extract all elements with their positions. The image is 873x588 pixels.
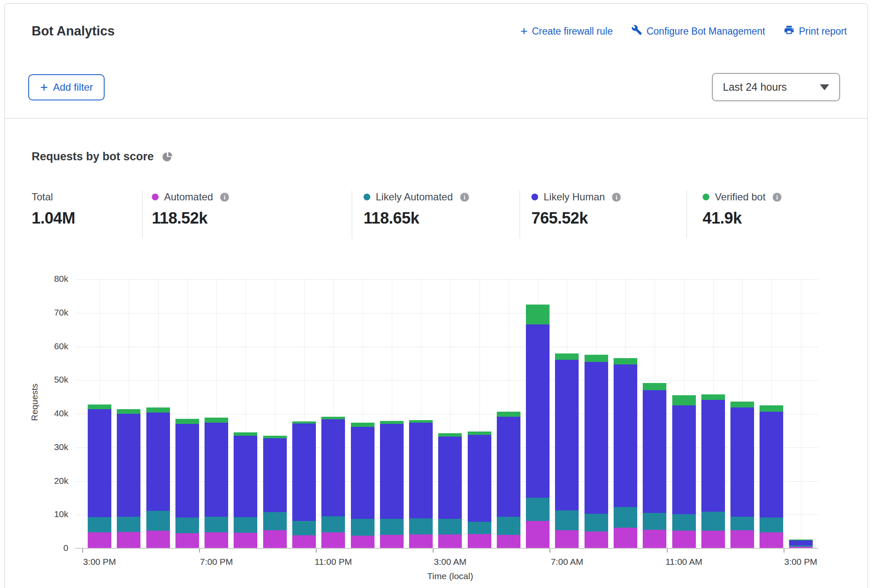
bar-segment-automated[interactable]	[526, 521, 550, 548]
bar-segment-likely-automated[interactable]	[292, 521, 316, 535]
bar-segment-likely-automated[interactable]	[263, 512, 287, 530]
bar-segment-automated[interactable]	[175, 533, 199, 548]
bar-segment-likely-human[interactable]	[263, 438, 287, 512]
bar-segment-likely-human[interactable]	[614, 364, 637, 507]
bar-segment-likely-human[interactable]	[205, 423, 228, 517]
chart-bar[interactable]	[672, 395, 696, 548]
bar-segment-likely-human[interactable]	[789, 540, 813, 546]
bar-segment-likely-human[interactable]	[234, 436, 257, 517]
chart-bar[interactable]	[760, 405, 783, 548]
bar-segment-verified-bot[interactable]	[117, 409, 140, 413]
bar-segment-verified-bot[interactable]	[643, 383, 666, 390]
bar-segment-verified-bot[interactable]	[205, 418, 228, 423]
bar-segment-likely-human[interactable]	[526, 324, 550, 498]
bar-segment-likely-human[interactable]	[351, 427, 375, 519]
stat-automated[interactable]: Automated 118.52k	[152, 191, 229, 227]
bar-segment-likely-human[interactable]	[585, 362, 608, 514]
bar-segment-likely-automated[interactable]	[760, 518, 783, 532]
bar-segment-automated[interactable]	[672, 531, 696, 548]
bar-segment-verified-bot[interactable]	[263, 436, 287, 438]
bar-segment-automated[interactable]	[555, 530, 579, 548]
bar-segment-likely-automated[interactable]	[409, 518, 433, 534]
chart-bar[interactable]	[292, 421, 316, 548]
info-icon[interactable]	[612, 193, 621, 202]
info-icon[interactable]	[773, 193, 781, 202]
bar-segment-likely-human[interactable]	[146, 413, 170, 511]
bar-segment-verified-bot[interactable]	[672, 395, 696, 405]
bar-segment-likely-automated[interactable]	[205, 517, 228, 532]
bar-segment-likely-human[interactable]	[380, 424, 404, 519]
bar-segment-likely-human[interactable]	[643, 390, 666, 513]
bar-segment-automated[interactable]	[409, 534, 433, 548]
bar-segment-likely-human[interactable]	[117, 414, 140, 517]
bar-segment-verified-bot[interactable]	[321, 417, 345, 419]
bar-segment-likely-automated[interactable]	[643, 513, 666, 530]
bar-segment-likely-automated[interactable]	[789, 545, 813, 546]
chart-bar[interactable]	[321, 417, 345, 548]
stat-likely-human[interactable]: Likely Human 765.52k	[531, 191, 621, 227]
bar-segment-verified-bot[interactable]	[351, 423, 375, 427]
bar-segment-automated[interactable]	[468, 534, 491, 548]
bar-segment-automated[interactable]	[117, 532, 140, 548]
bar-segment-likely-human[interactable]	[497, 417, 520, 517]
chart-bar[interactable]	[643, 383, 666, 548]
bar-segment-likely-automated[interactable]	[730, 517, 754, 530]
bar-segment-likely-human[interactable]	[292, 423, 316, 521]
bar-segment-likely-automated[interactable]	[438, 519, 462, 534]
chart-bar[interactable]	[234, 432, 257, 548]
bar-segment-likely-human[interactable]	[555, 360, 579, 510]
bar-segment-likely-automated[interactable]	[468, 522, 491, 534]
bar-segment-likely-automated[interactable]	[88, 517, 111, 532]
bar-segment-automated[interactable]	[263, 530, 287, 548]
bar-segment-verified-bot[interactable]	[468, 432, 491, 435]
bar-segment-likely-automated[interactable]	[614, 507, 637, 528]
bar-segment-likely-automated[interactable]	[117, 517, 140, 532]
bar-segment-automated[interactable]	[380, 535, 404, 548]
time-range-dropdown[interactable]: Last 24 hours	[712, 73, 840, 101]
bar-segment-automated[interactable]	[760, 532, 783, 548]
chart-bar[interactable]	[585, 355, 608, 548]
bar-segment-automated[interactable]	[292, 535, 316, 548]
bar-segment-likely-automated[interactable]	[585, 514, 608, 531]
bar-segment-likely-human[interactable]	[175, 424, 199, 518]
bar-segment-verified-bot[interactable]	[614, 358, 637, 364]
chart-bar[interactable]	[351, 423, 375, 548]
bar-segment-automated[interactable]	[643, 530, 666, 548]
bar-segment-automated[interactable]	[351, 536, 375, 548]
create-firewall-rule-link[interactable]: Create firewall rule	[520, 26, 613, 37]
bar-segment-verified-bot[interactable]	[88, 405, 111, 409]
bar-segment-automated[interactable]	[146, 531, 170, 548]
bar-segment-likely-automated[interactable]	[672, 514, 696, 531]
bar-segment-verified-bot[interactable]	[497, 412, 520, 417]
bar-segment-verified-bot[interactable]	[380, 421, 404, 424]
bar-segment-likely-automated[interactable]	[701, 512, 725, 531]
bar-segment-automated[interactable]	[730, 530, 754, 548]
bar-segment-likely-human[interactable]	[438, 437, 462, 519]
bar-segment-likely-automated[interactable]	[146, 511, 170, 531]
bar-segment-likely-human[interactable]	[468, 435, 491, 522]
chart-bar[interactable]	[497, 412, 520, 548]
chart-bar[interactable]	[438, 433, 462, 548]
bar-segment-automated[interactable]	[234, 533, 257, 548]
bar-segment-verified-bot[interactable]	[585, 355, 608, 362]
bar-segment-likely-human[interactable]	[409, 423, 433, 518]
bar-segment-automated[interactable]	[88, 532, 111, 548]
bar-segment-likely-human[interactable]	[321, 419, 345, 516]
bar-segment-verified-bot[interactable]	[292, 421, 316, 423]
chart-bar[interactable]	[555, 353, 579, 548]
bar-segment-likely-automated[interactable]	[526, 498, 550, 521]
bar-segment-likely-human[interactable]	[701, 400, 725, 512]
chart-bar[interactable]	[468, 432, 491, 548]
bar-segment-verified-bot[interactable]	[409, 420, 433, 423]
info-icon[interactable]	[220, 193, 229, 202]
chart-bar[interactable]	[701, 394, 725, 548]
bar-segment-verified-bot[interactable]	[760, 405, 783, 412]
bar-segment-likely-human[interactable]	[88, 409, 111, 517]
bar-segment-verified-bot[interactable]	[146, 407, 170, 412]
bar-segment-automated[interactable]	[585, 531, 608, 548]
bar-segment-verified-bot[interactable]	[175, 419, 199, 424]
chart-bar[interactable]	[409, 420, 433, 548]
chart-bar[interactable]	[146, 407, 170, 548]
bar-segment-verified-bot[interactable]	[526, 305, 550, 324]
chart-bar[interactable]	[789, 539, 813, 548]
